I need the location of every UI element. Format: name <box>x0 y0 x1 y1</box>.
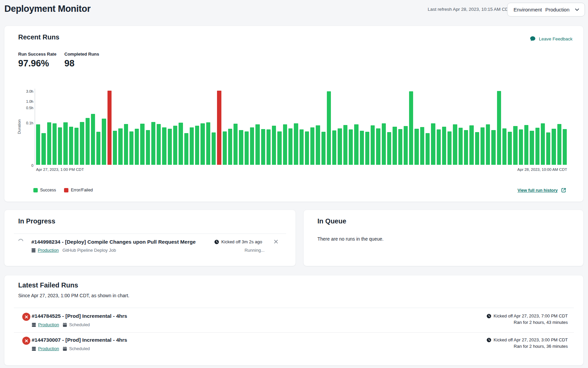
run-bar[interactable] <box>58 127 62 165</box>
run-bar[interactable] <box>513 126 517 165</box>
run-bar[interactable] <box>557 124 561 165</box>
run-bar[interactable] <box>124 124 128 165</box>
run-bar[interactable] <box>129 131 133 165</box>
run-bar[interactable] <box>453 124 457 165</box>
run-bar[interactable] <box>508 132 512 165</box>
run-bar[interactable] <box>338 128 342 165</box>
run-bar[interactable] <box>398 129 402 165</box>
run-bar[interactable] <box>36 124 40 165</box>
run-bar[interactable] <box>310 127 314 165</box>
environment-link[interactable]: Production <box>38 346 59 351</box>
run-bar[interactable] <box>190 127 194 165</box>
run-bar[interactable] <box>86 118 90 165</box>
run-bar[interactable] <box>272 126 276 165</box>
leave-feedback-link[interactable]: Leave Feedback <box>530 36 572 42</box>
run-bar[interactable] <box>255 124 259 165</box>
run-bar[interactable] <box>409 91 413 165</box>
run-bar[interactable] <box>261 129 265 165</box>
run-bar[interactable] <box>234 124 238 165</box>
run-bar[interactable] <box>91 114 95 165</box>
run-bar[interactable] <box>360 131 364 165</box>
run-bar[interactable] <box>179 123 183 165</box>
run-bar[interactable] <box>447 131 452 165</box>
run-bar[interactable] <box>563 129 567 165</box>
run-bar[interactable] <box>162 127 166 165</box>
run-bar[interactable] <box>223 131 227 165</box>
run-bar[interactable] <box>442 127 446 165</box>
run-bar[interactable] <box>349 129 353 165</box>
run-bar[interactable] <box>157 124 161 165</box>
run-bar[interactable] <box>102 119 106 165</box>
run-bar[interactable] <box>519 129 523 165</box>
run-bar[interactable] <box>107 91 112 165</box>
run-bar[interactable] <box>486 124 490 165</box>
run-bar[interactable] <box>327 91 331 165</box>
run-bar[interactable] <box>47 122 51 165</box>
run-bar[interactable] <box>118 128 122 165</box>
run-bar[interactable] <box>371 125 375 165</box>
run-bar[interactable] <box>365 132 369 165</box>
run-bar[interactable] <box>464 130 468 165</box>
run-bar[interactable] <box>552 129 556 165</box>
run-bar[interactable] <box>228 129 232 165</box>
run-bar[interactable] <box>245 131 249 165</box>
run-bar[interactable] <box>277 131 281 165</box>
run-bar[interactable] <box>469 125 473 165</box>
run-bar[interactable] <box>376 128 380 165</box>
run-bar[interactable] <box>481 127 485 165</box>
run-bar[interactable] <box>200 123 205 165</box>
run-bar[interactable] <box>491 130 495 165</box>
run-bar[interactable] <box>239 130 243 165</box>
run-bar[interactable] <box>497 91 501 165</box>
environment-link[interactable]: Production <box>38 322 59 327</box>
environment-tag[interactable]: Production <box>32 346 59 351</box>
run-bar[interactable] <box>69 127 73 165</box>
environment-link[interactable]: Production <box>38 248 59 253</box>
run-bar[interactable] <box>321 132 326 165</box>
run-bar[interactable] <box>332 130 336 165</box>
run-bar[interactable] <box>530 131 534 165</box>
run-bar[interactable] <box>431 123 435 165</box>
run-bar[interactable] <box>404 126 408 165</box>
run-bar[interactable] <box>393 127 397 165</box>
run-bar[interactable] <box>387 132 391 165</box>
environment-dropdown[interactable]: Environment Production <box>507 3 585 17</box>
run-bar[interactable] <box>173 126 177 165</box>
run-bar[interactable] <box>535 128 539 165</box>
run-bar[interactable] <box>140 124 144 165</box>
run-bar[interactable] <box>354 124 358 165</box>
run-bar[interactable] <box>414 129 419 165</box>
run-bar[interactable] <box>80 122 84 165</box>
run-bar[interactable] <box>41 133 45 165</box>
run-bar[interactable] <box>206 122 210 165</box>
environment-tag[interactable]: Production <box>32 322 59 327</box>
run-bar[interactable] <box>96 132 100 165</box>
run-bar[interactable] <box>146 130 150 165</box>
run-bar[interactable] <box>294 123 298 165</box>
run-bar[interactable] <box>53 123 57 165</box>
close-button[interactable] <box>273 238 279 245</box>
run-bar[interactable] <box>420 127 424 165</box>
run-bar[interactable] <box>212 132 216 165</box>
run-bar[interactable] <box>168 129 172 165</box>
run-bar[interactable] <box>267 129 271 165</box>
run-bar[interactable] <box>288 128 292 165</box>
run-bar[interactable] <box>343 125 347 165</box>
run-bar[interactable] <box>63 122 67 165</box>
run-bar[interactable] <box>475 132 479 165</box>
environment-tag[interactable]: Production <box>31 248 59 253</box>
view-full-run-history-link[interactable]: View full run history <box>518 187 566 193</box>
run-bar[interactable] <box>382 123 386 165</box>
run-bar[interactable] <box>541 123 545 165</box>
run-bar[interactable] <box>459 128 463 165</box>
run-bar[interactable] <box>305 131 309 165</box>
run-bar[interactable] <box>217 91 221 165</box>
run-bar[interactable] <box>300 129 304 165</box>
run-bar[interactable] <box>524 125 528 165</box>
run-bar[interactable] <box>135 129 139 165</box>
run-bar[interactable] <box>195 126 199 165</box>
run-bar[interactable] <box>316 125 320 165</box>
run-bar[interactable] <box>113 131 117 165</box>
run-bar[interactable] <box>74 128 79 165</box>
run-bar[interactable] <box>283 124 287 165</box>
